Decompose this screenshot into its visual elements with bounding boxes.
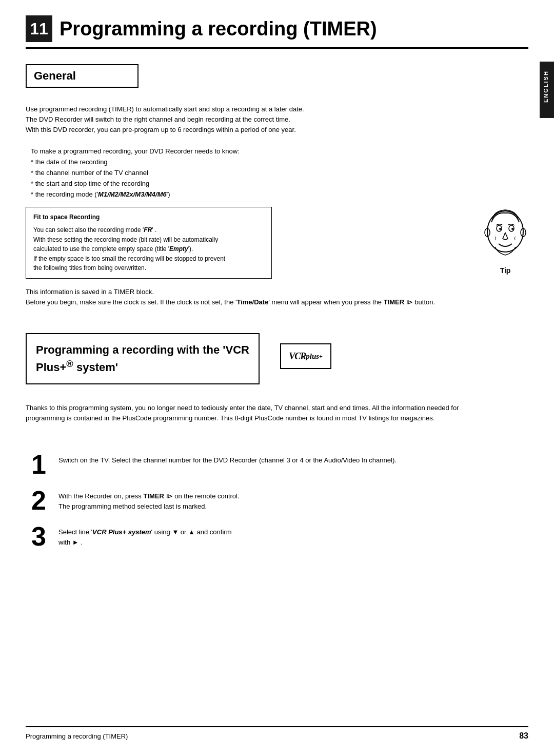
general-heading: General bbox=[34, 69, 130, 83]
tip-line-1: You can select also the recording mode '… bbox=[33, 225, 264, 235]
chapter-header: 11 Programming a recording (TIMER) bbox=[26, 15, 528, 49]
sidebar-english-label: ENGLISH bbox=[540, 62, 554, 118]
general-section-box: General bbox=[26, 64, 138, 88]
tip-line-5: the following titles from being overwrit… bbox=[33, 263, 264, 273]
svg-point-4 bbox=[511, 228, 513, 230]
vcr-plus-logo: VCRplus+ bbox=[280, 343, 331, 369]
tip-line-3: calculated to use the complete empty spa… bbox=[33, 244, 264, 254]
after-tip-line-1: This information is saved in a TIMER blo… bbox=[26, 287, 467, 297]
svg-point-3 bbox=[499, 228, 501, 230]
tip-area: Fit to space Recording You can select al… bbox=[26, 207, 528, 279]
footer-page-number: 83 bbox=[519, 731, 528, 741]
after-tip-line-2: Before you begin, make sure the clock is… bbox=[26, 297, 467, 307]
vcr-section-heading: Programming a recording with the 'VCR Pl… bbox=[36, 342, 249, 375]
step-2-row: 2 With the Recorder on, press TIMER ⧐ on… bbox=[26, 487, 528, 514]
step-1-text: Switch on the TV. Select the channel num… bbox=[58, 451, 397, 466]
vcr-section-box: Programming a recording with the 'VCR Pl… bbox=[26, 333, 260, 384]
step-1-number: 1 bbox=[26, 451, 46, 478]
tip-line-4: If the empty space is too small the reco… bbox=[33, 254, 264, 264]
chapter-number: 11 bbox=[26, 15, 52, 42]
general-body: Use programmed recording (TIMER) to auto… bbox=[26, 104, 467, 135]
vcr-plus-section: Programming a recording with the 'VCR Pl… bbox=[26, 328, 528, 396]
general-line-2: The DVD Recorder will switch to the righ… bbox=[26, 115, 290, 123]
list-item-1: * the date of the recording bbox=[31, 157, 528, 168]
requirements-list: To make a programmed recording, your DVD… bbox=[31, 146, 528, 200]
tip-box: Fit to space Recording You can select al… bbox=[26, 207, 272, 279]
main-content: 11 Programming a recording (TIMER) Gener… bbox=[26, 0, 528, 550]
chapter-title: Programming a recording (TIMER) bbox=[60, 18, 377, 40]
step-3-row: 3 Select line 'VCR Plus+ system' using ▼… bbox=[26, 523, 528, 550]
footer-left-text: Programming a recording (TIMER) bbox=[26, 732, 128, 740]
tip-image-area: Tip bbox=[482, 207, 528, 275]
step-3-number: 3 bbox=[26, 523, 46, 550]
list-item-4: * the recording mode ('M1/M2/M2x/M3/M4/M… bbox=[31, 189, 528, 200]
general-line-1: Use programmed recording (TIMER) to auto… bbox=[26, 105, 304, 113]
step-2-number: 2 bbox=[26, 487, 46, 514]
tip-label: Tip bbox=[500, 266, 511, 275]
list-intro: To make a programmed recording, your DVD… bbox=[31, 146, 528, 157]
after-tip-text: This information is saved in a TIMER blo… bbox=[26, 287, 467, 307]
list-item-2: * the channel number of the TV channel bbox=[31, 168, 528, 179]
page: ENGLISH 11 Programming a recording (TIME… bbox=[0, 0, 554, 756]
step-1-row: 1 Switch on the TV. Select the channel n… bbox=[26, 451, 528, 478]
vcr-body-text: Thanks to this programming system, you n… bbox=[26, 403, 467, 423]
vcr-heading-line1: Programming a recording with the 'VCR bbox=[36, 343, 249, 356]
steps-area: 1 Switch on the TV. Select the channel n… bbox=[26, 451, 528, 550]
cartoon-character bbox=[482, 207, 528, 263]
tip-box-title: Fit to space Recording bbox=[33, 212, 264, 222]
page-footer: Programming a recording (TIMER) 83 bbox=[26, 726, 528, 741]
vcr-heading-line2: Plus+® system' bbox=[36, 361, 118, 374]
step-3-text: Select line 'VCR Plus+ system' using ▼ o… bbox=[58, 523, 231, 548]
list-item-3: * the start and stop time of the recordi… bbox=[31, 179, 528, 189]
tip-line-2: With these setting the recording mode (b… bbox=[33, 235, 264, 245]
general-line-3: With this DVD recorder, you can pre-prog… bbox=[26, 126, 296, 133]
vcr-logo-area: VCRplus+ bbox=[280, 343, 331, 369]
step-2-text: With the Recorder on, press TIMER ⧐ on t… bbox=[58, 487, 240, 512]
